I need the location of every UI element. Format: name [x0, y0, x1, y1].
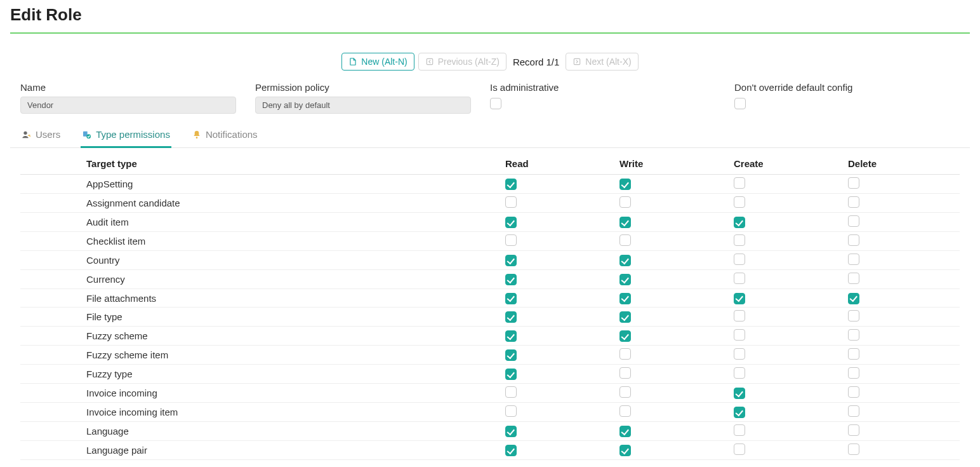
target-type-cell[interactable]: Invoice incoming — [84, 384, 503, 403]
next-icon — [573, 57, 581, 66]
delete-checkbox[interactable] — [848, 367, 859, 379]
next-button[interactable]: Next (Alt-X) — [566, 53, 638, 71]
target-type-cell[interactable]: Language pair — [84, 441, 503, 460]
delete-checkbox[interactable] — [848, 234, 859, 246]
create-checkbox[interactable] — [734, 196, 745, 208]
write-checkbox[interactable] — [619, 293, 631, 304]
create-checkbox[interactable] — [734, 407, 745, 418]
target-type-cell[interactable]: Assignment candidate — [84, 194, 503, 213]
create-checkbox[interactable] — [734, 424, 745, 436]
tab-type-permissions[interactable]: Type permissions — [81, 124, 171, 148]
header-write[interactable]: Write — [617, 153, 731, 175]
tab-label: Notifications — [206, 129, 258, 140]
delete-checkbox[interactable] — [848, 215, 859, 227]
page-scroll[interactable]: Edit Role New (Alt-N) Previous (Alt-Z) R… — [0, 0, 980, 467]
write-checkbox[interactable] — [619, 179, 631, 190]
delete-checkbox[interactable] — [848, 329, 859, 341]
create-checkbox[interactable] — [734, 177, 745, 189]
write-checkbox[interactable] — [619, 311, 631, 323]
write-checkbox[interactable] — [619, 405, 631, 417]
policy-field: Permission policy — [255, 82, 471, 114]
table-header-row: Target type Read Write Create Delete — [20, 153, 960, 175]
previous-button[interactable]: Previous (Alt-Z) — [418, 53, 507, 71]
delete-checkbox[interactable] — [848, 405, 859, 417]
write-checkbox[interactable] — [619, 274, 631, 285]
read-checkbox[interactable] — [505, 426, 517, 437]
create-checkbox[interactable] — [734, 310, 745, 321]
delete-checkbox[interactable] — [848, 443, 859, 455]
svg-point-2 — [23, 131, 27, 134]
name-field: Name — [20, 82, 236, 114]
write-checkbox[interactable] — [619, 348, 631, 360]
write-checkbox[interactable] — [619, 255, 631, 266]
target-type-cell[interactable]: Checklist item — [84, 232, 503, 251]
target-type-cell[interactable]: Fuzzy scheme item — [84, 346, 503, 365]
target-type-cell[interactable]: Fuzzy scheme — [84, 327, 503, 346]
read-checkbox[interactable] — [505, 234, 517, 246]
create-checkbox[interactable] — [734, 367, 745, 379]
write-checkbox[interactable] — [619, 445, 631, 456]
read-checkbox[interactable] — [505, 386, 517, 398]
create-checkbox[interactable] — [734, 293, 745, 304]
target-type-cell[interactable]: File type — [84, 308, 503, 327]
read-checkbox[interactable] — [505, 196, 517, 208]
delete-checkbox[interactable] — [848, 177, 859, 189]
delete-checkbox[interactable] — [848, 348, 859, 360]
target-type-cell[interactable]: AppSetting — [84, 175, 503, 194]
name-input[interactable] — [20, 97, 236, 114]
target-type-cell[interactable]: File attachments — [84, 289, 503, 308]
delete-checkbox[interactable] — [848, 254, 859, 265]
read-checkbox[interactable] — [505, 179, 517, 190]
write-checkbox[interactable] — [619, 386, 631, 398]
dont-override-checkbox[interactable] — [734, 98, 746, 109]
write-checkbox[interactable] — [619, 217, 631, 228]
read-checkbox[interactable] — [505, 217, 517, 228]
create-checkbox[interactable] — [734, 348, 745, 360]
delete-checkbox[interactable] — [848, 273, 859, 284]
target-type-cell[interactable]: Currency — [84, 270, 503, 289]
delete-checkbox[interactable] — [848, 196, 859, 208]
create-checkbox[interactable] — [734, 217, 745, 228]
delete-checkbox[interactable] — [848, 310, 859, 321]
write-checkbox[interactable] — [619, 196, 631, 208]
tab-users[interactable]: Users — [20, 124, 62, 148]
read-checkbox[interactable] — [505, 311, 517, 323]
tab-notifications[interactable]: Notifications — [190, 124, 259, 148]
read-checkbox[interactable] — [505, 255, 517, 266]
is-admin-checkbox[interactable] — [490, 98, 501, 109]
header-create[interactable]: Create — [731, 153, 845, 175]
target-type-cell[interactable]: Fuzzy type — [84, 365, 503, 384]
create-checkbox[interactable] — [734, 234, 745, 246]
target-type-cell[interactable]: Invoice incoming item — [84, 403, 503, 422]
new-button[interactable]: New (Alt-N) — [341, 53, 414, 71]
write-checkbox[interactable] — [619, 234, 631, 246]
page-title: Edit Role — [10, 5, 970, 25]
read-checkbox[interactable] — [505, 330, 517, 342]
target-type-cell[interactable]: Language — [84, 422, 503, 441]
target-type-cell[interactable]: Audit item — [84, 213, 503, 232]
delete-checkbox[interactable] — [848, 424, 859, 436]
delete-checkbox[interactable] — [848, 386, 859, 398]
read-checkbox[interactable] — [505, 293, 517, 304]
create-checkbox[interactable] — [734, 329, 745, 341]
header-read[interactable]: Read — [503, 153, 617, 175]
read-checkbox[interactable] — [505, 405, 517, 417]
read-checkbox[interactable] — [505, 369, 517, 380]
policy-select[interactable] — [255, 97, 471, 114]
write-checkbox[interactable] — [619, 330, 631, 342]
write-checkbox[interactable] — [619, 367, 631, 379]
delete-checkbox[interactable] — [848, 293, 859, 304]
bell-icon — [192, 130, 202, 140]
create-checkbox[interactable] — [734, 443, 745, 455]
header-target[interactable]: Target type — [84, 153, 503, 175]
read-checkbox[interactable] — [505, 274, 517, 285]
create-checkbox[interactable] — [734, 388, 745, 399]
create-checkbox[interactable] — [734, 254, 745, 265]
read-checkbox[interactable] — [505, 349, 517, 361]
create-checkbox[interactable] — [734, 273, 745, 284]
target-type-cell[interactable]: Country — [84, 251, 503, 270]
header-delete[interactable]: Delete — [845, 153, 960, 175]
record-nav-bar: New (Alt-N) Previous (Alt-Z) Record 1/1 … — [10, 53, 970, 71]
read-checkbox[interactable] — [505, 445, 517, 456]
write-checkbox[interactable] — [619, 426, 631, 437]
